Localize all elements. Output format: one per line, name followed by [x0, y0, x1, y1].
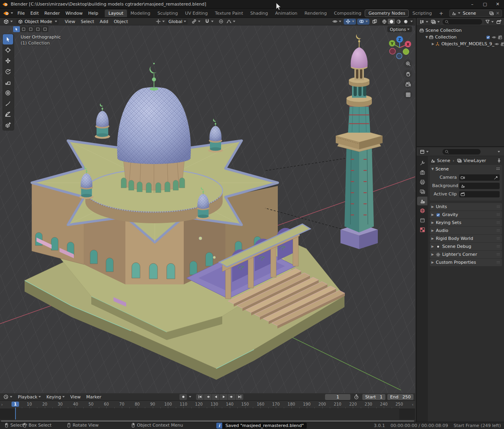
panel-lighter-s-corner[interactable]: ▶Lighter's Corner — [430, 251, 502, 258]
gizmos-toggle[interactable] — [344, 19, 356, 25]
blender-menu-icon[interactable] — [3, 10, 13, 16]
scene-name[interactable]: Scene — [460, 11, 488, 16]
viewport-menu-object[interactable]: Object — [111, 18, 131, 25]
navigation-gizmo[interactable]: Z Y X — [387, 34, 414, 62]
next-key-button[interactable] — [228, 394, 235, 400]
snap-toggle-button[interactable] — [203, 18, 215, 25]
shade-material-button[interactable] — [395, 19, 402, 24]
timeline-collapse-right[interactable]: ‹ — [412, 402, 414, 407]
workspace-tab-scripting[interactable]: Scripting — [409, 10, 435, 17]
camera-toggle[interactable] — [500, 42, 504, 46]
visibility-dropdown[interactable] — [331, 18, 342, 25]
timeline-menu-marker[interactable]: Marker — [83, 394, 104, 400]
properties-tab-render[interactable] — [417, 168, 427, 177]
panel-gravity[interactable]: ▶Gravity — [430, 211, 502, 218]
add-workspace-button[interactable]: + — [435, 9, 447, 17]
expander-right-icon[interactable]: ▶ — [432, 42, 434, 46]
outliner-display-mode[interactable] — [418, 19, 429, 25]
workspace-tab-texture-paint[interactable]: Texture Paint — [212, 10, 247, 17]
timeline-ruler[interactable]: › ‹ 102030405060708090100110120130140150… — [0, 401, 415, 409]
falloff-button[interactable] — [225, 18, 237, 25]
overlays-toggle[interactable] — [357, 19, 369, 25]
expander-down-icon[interactable]: ▼ — [425, 35, 428, 39]
scene-selector[interactable]: Scene ✕ — [449, 10, 502, 17]
timeline-menu-playback[interactable]: Playback — [15, 394, 44, 400]
tool-scale[interactable] — [3, 77, 13, 87]
orientation-dropdown[interactable]: Global — [167, 19, 187, 25]
workspace-tab-shading[interactable]: Shading — [247, 10, 272, 17]
select-mode-circle[interactable] — [27, 26, 34, 32]
tool-rotate[interactable] — [3, 66, 13, 77]
pin-icon[interactable] — [496, 158, 502, 163]
shade-rendered-button[interactable] — [402, 19, 409, 24]
properties-tab-texture[interactable] — [417, 225, 427, 234]
snap-target-button[interactable] — [190, 18, 202, 25]
eye-toggle[interactable] — [492, 35, 496, 40]
scene-unlink-icon[interactable]: ✕ — [494, 10, 501, 16]
workspace-tab-compositing[interactable]: Compositing — [331, 10, 365, 17]
current-frame-badge[interactable]: 1 — [12, 402, 19, 407]
close-button[interactable]: ✕ — [491, 0, 504, 8]
minimize-button[interactable]: – — [466, 0, 479, 8]
properties-options-caret[interactable] — [498, 151, 500, 153]
panel-audio[interactable]: ▶Audio — [430, 227, 502, 234]
outliner-search[interactable] — [442, 19, 482, 25]
playhead[interactable] — [15, 408, 16, 419]
scene-panel-title[interactable]: Scene — [435, 166, 449, 172]
transform-pivot-button[interactable] — [154, 18, 166, 25]
auto-key-button[interactable] — [179, 394, 187, 400]
timeline-editor-type[interactable] — [2, 394, 13, 400]
shade-wire-button[interactable] — [381, 19, 388, 24]
stopwatch-icon[interactable] — [352, 394, 360, 400]
properties-editor-type[interactable] — [418, 149, 430, 155]
viewport-menu-view[interactable]: View — [62, 18, 78, 25]
menu-file[interactable]: File — [15, 10, 27, 17]
properties-tab-world[interactable] — [417, 206, 427, 215]
scene-copy-icon[interactable] — [488, 10, 494, 16]
jump-last-button[interactable] — [236, 394, 243, 400]
outliner-item-label[interactable]: Scene Collection — [425, 28, 462, 33]
field-value[interactable] — [459, 191, 500, 197]
properties-tab-scene[interactable] — [417, 197, 427, 205]
panel-keying-sets[interactable]: ▶Keying Sets — [430, 219, 502, 226]
workspace-tab-sculpting[interactable]: Sculpting — [154, 10, 181, 17]
select-mode-box[interactable] — [20, 26, 27, 32]
mode-dropdown[interactable]: Object Mode — [16, 19, 59, 25]
panel-custom-properties[interactable]: ▶Custom Properties — [430, 259, 502, 266]
timeline-tracks[interactable] — [0, 409, 415, 419]
proportional-edit-button[interactable] — [217, 18, 225, 25]
panel-scene-debug[interactable]: ▶Scene Debug — [430, 243, 502, 250]
panel-units[interactable]: ▶Units — [430, 203, 502, 211]
viewport-menu-add[interactable]: Add — [97, 18, 111, 25]
outliner-row-collection[interactable]: ▼Collection — [417, 34, 504, 41]
play-button[interactable] — [220, 394, 227, 400]
nav-zoom-button[interactable] — [404, 59, 412, 68]
xray-toggle[interactable] — [371, 18, 379, 25]
menu-edit[interactable]: Edit — [27, 10, 41, 17]
editor-type-button[interactable] — [2, 18, 14, 25]
outliner-filter-button[interactable] — [484, 19, 495, 25]
outliner-row-scene-collection[interactable]: Scene Collection — [417, 27, 504, 34]
tool-annotate[interactable] — [3, 99, 13, 109]
workspace-tab-layout[interactable]: Layout — [105, 10, 127, 17]
outliner-filter-type[interactable] — [429, 19, 441, 25]
end-frame-field[interactable]: End250 — [387, 394, 414, 400]
tool-move[interactable] — [3, 56, 13, 66]
select-mode-paint[interactable] — [42, 26, 48, 32]
tool-cursor[interactable] — [3, 45, 13, 55]
field-value[interactable] — [459, 183, 500, 189]
scene-browse-icon[interactable] — [450, 10, 457, 16]
breadcrumb-viewlayer[interactable]: ViewLayer — [464, 158, 486, 163]
options-dropdown[interactable]: Options — [387, 26, 412, 32]
properties-tab-output[interactable] — [417, 178, 427, 186]
workspace-tab-rendering[interactable]: Rendering — [301, 10, 330, 17]
eye-toggle[interactable] — [494, 42, 499, 46]
auto-key-caret[interactable] — [189, 396, 191, 398]
nav-camera-view-button[interactable] — [404, 80, 412, 89]
shade-solid-button[interactable] — [388, 19, 395, 24]
nav-pan-button[interactable] — [404, 70, 412, 78]
menu-help[interactable]: Help — [85, 10, 101, 17]
start-frame-field[interactable]: Start1 — [362, 394, 385, 400]
field-value[interactable] — [459, 174, 500, 181]
timeline-expand-left[interactable]: › — [1, 402, 3, 407]
